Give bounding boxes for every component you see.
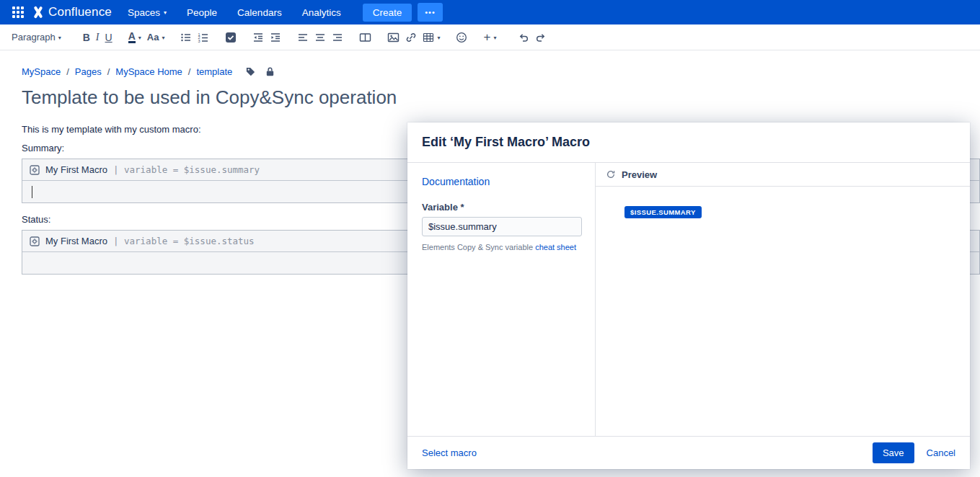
svg-text:3: 3 <box>198 39 200 43</box>
outdent-button[interactable] <box>250 30 267 45</box>
macro-preview-panel: Preview $ISSUE.SUMMARY <box>595 163 970 436</box>
chevron-down-icon: ▾ <box>164 10 167 16</box>
breadcrumb-separator: / <box>188 66 191 77</box>
align-left-button[interactable] <box>294 30 312 45</box>
variable-field-label: Variable * <box>422 202 583 213</box>
task-list-button[interactable] <box>222 30 239 45</box>
chevron-down-icon: ▾ <box>138 35 141 41</box>
undo-button[interactable] <box>515 30 532 45</box>
labels-tag-icon[interactable] <box>245 66 256 77</box>
redo-button[interactable] <box>532 30 549 45</box>
task-list-icon <box>225 32 237 43</box>
insert-link-button[interactable] <box>402 30 420 45</box>
align-left-icon <box>297 32 309 43</box>
numbered-list-icon: 123 <box>198 32 209 43</box>
insert-link-icon <box>405 32 417 43</box>
cancel-link[interactable]: Cancel <box>927 447 955 458</box>
cheat-sheet-link[interactable]: cheat sheet <box>535 243 576 251</box>
chevron-down-icon: ▾ <box>493 35 496 41</box>
insert-table-icon <box>423 32 434 43</box>
breadcrumb: MySpace / Pages / MySpace Home / templat… <box>22 66 980 77</box>
outdent-icon <box>252 32 264 43</box>
paragraph-style-dropdown[interactable]: Paragraph ▾ <box>9 30 64 45</box>
nav-more-button[interactable]: ••• <box>418 3 443 22</box>
numbered-list-button[interactable]: 123 <box>195 30 212 45</box>
text-cursor <box>32 186 32 198</box>
create-button[interactable]: Create <box>363 4 412 22</box>
chevron-down-icon: ▾ <box>58 35 61 41</box>
italic-button[interactable]: I <box>93 30 102 45</box>
nav-item-analytics[interactable]: Analytics <box>302 7 341 18</box>
documentation-link[interactable]: Documentation <box>422 176 490 187</box>
align-center-icon <box>314 32 326 43</box>
page-layout-button[interactable] <box>356 30 374 45</box>
editor-toolbar: Paragraph ▾ B I U A ▾ Aa ▾ 123 <box>0 24 980 50</box>
confluence-logo[interactable]: Confluence <box>32 5 112 19</box>
preview-area: $ISSUE.SUMMARY <box>596 187 970 436</box>
page-layout-icon <box>359 32 371 43</box>
restrictions-lock-icon[interactable] <box>265 66 275 77</box>
variable-preview-badge: $ISSUE.SUMMARY <box>624 206 702 218</box>
bullet-list-icon <box>180 32 192 43</box>
nav-item-spaces[interactable]: Spaces ▾ <box>128 7 167 18</box>
confluence-editor-screen: Confluence Spaces ▾ People Calendars Ana… <box>0 0 980 477</box>
save-button[interactable]: Save <box>873 442 914 463</box>
undo-icon <box>518 32 529 43</box>
insert-table-dropdown[interactable]: ▾ <box>420 30 443 45</box>
page-title[interactable]: Template to be used in Copy&Sync operati… <box>22 86 980 109</box>
chevron-down-icon: ▾ <box>162 35 164 41</box>
dialog-title: Edit ‘My First Macro’ Macro <box>422 135 590 150</box>
required-indicator: * <box>461 202 464 213</box>
macro-parameters-panel: Documentation Variable * Elements Copy &… <box>407 163 595 436</box>
macro-params: | variable = $issue.status <box>113 236 255 246</box>
nav-item-calendars[interactable]: Calendars <box>237 7 282 18</box>
chevron-down-icon: ▾ <box>437 35 440 41</box>
text-color-dropdown[interactable]: A ▾ <box>125 29 144 46</box>
insert-more-dropdown[interactable]: + ▾ <box>480 29 499 45</box>
breadcrumb-link-myspace-home[interactable]: MySpace Home <box>115 66 182 77</box>
underline-button[interactable]: U <box>102 30 115 45</box>
macro-params: | variable = $issue.summary <box>113 164 260 175</box>
emoji-icon <box>456 32 467 43</box>
macro-name: My First Macro <box>45 164 107 175</box>
emoji-button[interactable] <box>453 30 470 45</box>
more-formatting-dropdown[interactable]: Aa ▾ <box>144 30 168 45</box>
align-right-icon <box>332 32 343 43</box>
breadcrumb-link-template[interactable]: template <box>196 66 232 77</box>
edit-macro-dialog: Edit ‘My First Macro’ Macro Documentatio… <box>407 122 970 469</box>
indent-button[interactable] <box>267 30 284 45</box>
confluence-mark-icon <box>32 6 43 18</box>
align-center-button[interactable] <box>312 30 329 45</box>
brand-name: Confluence <box>48 5 112 19</box>
select-macro-link[interactable]: Select macro <box>422 447 477 458</box>
align-right-button[interactable] <box>329 30 346 45</box>
variable-input[interactable] <box>422 217 582 236</box>
breadcrumb-separator: / <box>107 66 110 77</box>
app-switcher-icon[interactable] <box>9 3 27 22</box>
nav-items: Spaces ▾ People Calendars Analytics <box>128 7 341 18</box>
breadcrumb-link-myspace[interactable]: MySpace <box>22 66 61 77</box>
breadcrumb-link-pages[interactable]: Pages <box>75 66 102 77</box>
insert-files-button[interactable] <box>384 30 402 45</box>
macro-icon <box>30 236 40 246</box>
preview-label: Preview <box>622 169 657 180</box>
bullet-list-button[interactable] <box>177 30 195 45</box>
top-nav: Confluence Spaces ▾ People Calendars Ana… <box>0 0 980 24</box>
refresh-icon[interactable] <box>606 169 616 179</box>
macro-icon <box>30 165 40 175</box>
redo-icon <box>535 32 547 43</box>
breadcrumb-separator: / <box>66 66 69 77</box>
nav-item-people[interactable]: People <box>187 7 217 18</box>
macro-name: My First Macro <box>45 236 107 246</box>
insert-image-icon <box>387 32 399 43</box>
indent-icon <box>270 32 281 43</box>
bold-button[interactable]: B <box>80 30 93 45</box>
variable-help-text: Elements Copy & Sync variable cheat shee… <box>422 243 583 251</box>
